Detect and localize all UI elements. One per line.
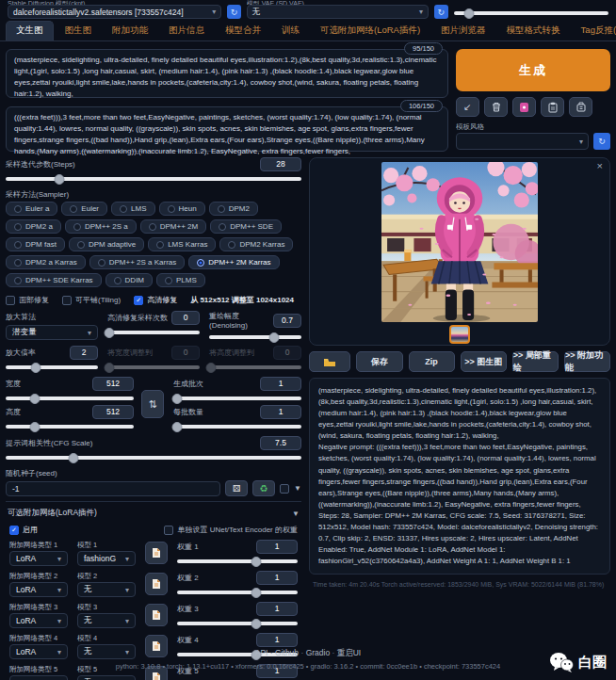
denoising-slider[interactable] [209, 335, 301, 339]
lora-enable-checkbox[interactable]: ✓启用 [9, 525, 38, 535]
denoising-value[interactable]: 0.7 [273, 314, 301, 328]
refresh-styles-button[interactable]: ↻ [593, 133, 610, 150]
prompt-input[interactable]: (masterpiece, sidelighting, ultra-detail… [6, 49, 448, 98]
paste-arrow-button[interactable]: ↙ [456, 97, 479, 117]
send-to-img2img-button[interactable]: >> 图生图 [461, 351, 507, 372]
send-to-extras-button[interactable]: >> 附加功能 [564, 351, 610, 372]
seed-input[interactable]: -1 [6, 481, 220, 496]
lora-separate-weights-checkbox[interactable]: 单独设置 UNet/Text Encoder 的权重 [164, 525, 298, 535]
refresh-checkpoints-button[interactable]: ↻ [227, 5, 241, 19]
tiling-checkbox[interactable]: 可平铺(Tiling) [62, 295, 121, 305]
gradio-link[interactable]: Gradio [306, 648, 337, 657]
clear-prompt-button[interactable] [484, 97, 508, 117]
lora-model-info-button[interactable] [145, 542, 168, 564]
lora-weight-slider[interactable] [177, 622, 298, 625]
random-seed-button[interactable]: ⚄ [225, 480, 248, 496]
slider-knob[interactable] [251, 588, 262, 598]
lora-weight-value[interactable]: 1 [256, 540, 298, 554]
lora-weight-value[interactable]: 1 [256, 602, 298, 616]
slider-knob[interactable] [30, 394, 41, 404]
sampler-option[interactable]: DPM2 Karras [219, 237, 293, 251]
lora-model-info-button[interactable] [145, 604, 168, 626]
cfg-slider[interactable] [6, 456, 301, 460]
slider-knob[interactable] [172, 394, 183, 404]
batch-size-value[interactable]: 1 [260, 405, 301, 419]
refresh-vae-button[interactable]: ↻ [434, 5, 448, 19]
save-style-button[interactable] [569, 97, 592, 117]
slider-knob[interactable] [54, 174, 64, 185]
lora-model-info-button[interactable] [145, 573, 168, 595]
height-slider[interactable] [6, 425, 134, 429]
slider-knob[interactable] [251, 619, 262, 629]
sampler-option[interactable]: DPM++ 2S a [65, 219, 137, 234]
github-link[interactable]: Github [275, 648, 306, 657]
height-value[interactable]: 512 [92, 405, 134, 419]
chevron-down-icon[interactable]: ▼ [294, 484, 301, 493]
hires-steps-value[interactable]: 0 [171, 311, 200, 325]
reload-ui-link[interactable]: 重启UI [337, 648, 362, 657]
tab-txt2img[interactable]: 文生图 [6, 21, 54, 40]
zip-button[interactable]: Zip [409, 351, 455, 372]
batch-count-value[interactable]: 1 [260, 377, 301, 391]
gallery-thumbnail[interactable] [449, 325, 470, 344]
lora-accordion-header[interactable]: 可选附加网络(LoRA插件) ▼ [6, 506, 301, 523]
sampler-option[interactable]: Euler [61, 202, 107, 216]
steps-slider[interactable] [6, 177, 301, 181]
reuse-seed-button[interactable]: ♻ [252, 480, 275, 496]
sampler-option[interactable]: DPM2 a [6, 219, 61, 234]
sampler-option[interactable]: LMS [111, 202, 154, 216]
checkpoint-select[interactable]: dalceforealistictallyv2.safetensors [733… [8, 5, 221, 19]
styles-select[interactable]: ▾ [456, 133, 589, 150]
extra-networks-button[interactable] [512, 97, 536, 117]
slider-knob[interactable] [31, 363, 41, 373]
width-value[interactable]: 512 [92, 377, 134, 391]
upscale-by-slider[interactable] [6, 365, 98, 369]
tab-tagger[interactable]: Tag反推(Tagger) [572, 22, 616, 40]
sampler-option[interactable]: Euler a [6, 202, 57, 216]
lora-weight-value[interactable]: 1 [256, 633, 298, 647]
sampler-option[interactable]: DPM fast [6, 237, 65, 251]
tab-extras[interactable]: 附加功能 [103, 22, 157, 40]
sampler-option[interactable]: Heun [159, 202, 205, 216]
sampler-option[interactable]: DPM2 [209, 202, 258, 216]
slider-knob[interactable] [69, 453, 79, 463]
lora-type-select[interactable]: LoRA▾ [9, 613, 68, 628]
save-button[interactable]: 保存 [356, 351, 402, 372]
batch-size-slider[interactable] [173, 425, 301, 429]
sampler-option-selected[interactable]: DPM++ 2M Karras [188, 255, 279, 269]
send-to-inpaint-button[interactable]: >> 局部重绘 [512, 351, 559, 372]
upscaler-select[interactable]: 潜变量▾ [6, 325, 98, 340]
sampler-option[interactable]: DPM++ 2M [140, 219, 206, 234]
upscale-by-value[interactable]: 2 [70, 346, 98, 360]
tab-png-info[interactable]: 图片信息 [159, 22, 214, 40]
slider-knob[interactable] [464, 8, 475, 19]
generated-image[interactable] [381, 162, 538, 322]
tab-checkpoint-merger[interactable]: 模型合并 [216, 22, 270, 40]
sampler-option[interactable]: LMS Karras [148, 237, 216, 251]
steps-value[interactable]: 28 [260, 157, 301, 171]
apply-style-button[interactable] [541, 97, 564, 117]
vae-select[interactable]: 无▾ [247, 5, 429, 19]
slider-knob[interactable] [172, 422, 183, 432]
batch-count-slider[interactable] [173, 397, 301, 400]
lora-type-select[interactable]: LoRA▾ [9, 582, 68, 597]
swap-dimensions-button[interactable]: ⇅ [141, 390, 164, 418]
negative-prompt-input[interactable]: (((extra feet))),3 feet,more than two fe… [6, 106, 448, 152]
slider-knob[interactable] [268, 332, 279, 343]
sampler-option[interactable]: DPM++ SDE [210, 219, 282, 234]
tab-model-converter[interactable]: 模型格式转换 [497, 22, 570, 40]
cfg-value[interactable]: 7.5 [260, 436, 301, 450]
width-slider[interactable] [6, 397, 134, 400]
sampler-option[interactable]: DPM++ 2S a Karras [89, 255, 186, 269]
slider-knob[interactable] [104, 328, 114, 338]
tab-additional-networks[interactable]: 可选附加网络(LoRA插件) [311, 22, 430, 40]
hires-steps-slider[interactable] [107, 331, 200, 334]
lora-type-select[interactable]: LoRA▾ [9, 551, 68, 566]
open-folder-button[interactable] [309, 351, 350, 372]
lora-weight-slider[interactable] [177, 559, 298, 563]
sampler-option[interactable]: PLMS [156, 273, 205, 287]
tab-img2img[interactable]: 图生图 [56, 22, 102, 40]
slider-knob[interactable] [30, 422, 41, 432]
lora-weight-value[interactable]: 1 [256, 571, 298, 585]
restore-faces-checkbox[interactable]: 面部修复 [6, 295, 49, 305]
